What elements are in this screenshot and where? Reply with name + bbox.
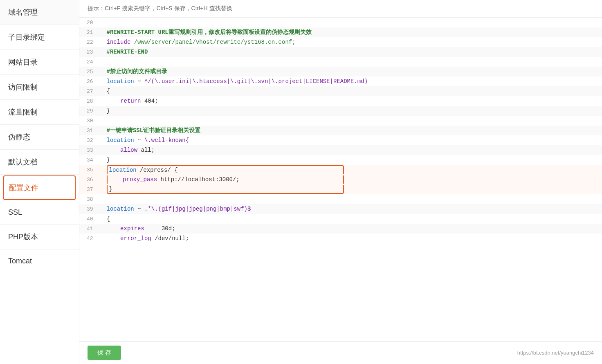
line-content[interactable]: allow all; [100,145,602,155]
table-row: 36 proxy_pass http://localhost:3000/; [79,175,602,184]
line-number: 33 [79,145,100,155]
sidebar-item-config-file[interactable]: 配置文件 [3,175,76,200]
main-content: 提示：Ctrl+F 搜索关键字，Ctrl+S 保存，Ctrl+H 查找替换 20… [79,0,602,364]
line-content[interactable]: #一键申请SSL证书验证目录相关设置 [100,126,602,135]
table-row: 21#REWRITE-START URL重写规则引用，修改后将导致面板设置的伪静… [79,27,602,37]
line-number: 42 [79,234,100,243]
table-row: 41 expires 30d; [79,224,602,234]
sidebar-item-tomcat[interactable]: Tomcat [0,249,79,273]
line-content[interactable]: location ~ ^/(\.user.ini|\.htaccess|\.gi… [100,76,602,86]
line-number: 29 [79,106,100,116]
table-row: 32location ~ \.well-known{ [79,135,602,145]
table-row: 35location /express/ { [79,165,602,175]
line-number: 27 [79,86,100,96]
table-row: 27{ [79,86,602,96]
sidebar-item-pseudo-static[interactable]: 伪静态 [0,125,79,150]
table-row: 40{ [79,214,602,224]
sidebar-label: PHP版本 [8,232,38,242]
line-content[interactable]: error_log /dev/null; [100,234,602,243]
line-number: 36 [79,175,100,184]
line-content[interactable]: #REWRITE-END [100,47,602,57]
table-row: 29} [79,106,602,116]
line-number: 40 [79,214,100,224]
sidebar-label: 流量限制 [8,107,38,117]
footer-bar: 保 存 https://bt.csdn.net/yuangchi1234 [79,341,602,364]
sidebar-label: Tomcat [8,257,32,265]
sidebar-label: 访问限制 [8,82,38,92]
table-row: 22include /www/server/panel/vhost/rewrit… [79,37,602,47]
line-content[interactable] [100,57,602,67]
line-number: 31 [79,126,100,135]
sidebar-label: 网站目录 [8,57,38,67]
sidebar-label: 域名管理 [8,7,38,17]
sidebar: 域名管理 子目录绑定 网站目录 访问限制 流量限制 伪静态 默认文档 配置文件 … [0,0,79,364]
table-row: 42 error_log /dev/null; [79,234,602,243]
line-number: 21 [79,27,100,37]
line-number: 32 [79,135,100,145]
table-row: 34} [79,155,602,165]
line-number: 41 [79,224,100,234]
sidebar-item-default-doc[interactable]: 默认文档 [0,150,79,175]
line-number: 34 [79,155,100,165]
line-number: 28 [79,96,100,106]
sidebar-item-access-limit[interactable]: 访问限制 [0,75,79,100]
line-content[interactable]: location ~ .*\.(gif|jpg|jpeg|png|bmp|swf… [100,204,602,214]
sidebar-item-website-dir[interactable]: 网站目录 [0,50,79,75]
line-number: 38 [79,194,100,204]
line-number: 30 [79,116,100,126]
sidebar-item-subdir-bind[interactable]: 子目录绑定 [0,25,79,50]
sidebar-label: 子目录绑定 [8,32,45,42]
table-row: 31#一键申请SSL证书验证目录相关设置 [79,126,602,135]
table-row: 25#禁止访问的文件或目录 [79,67,602,76]
line-number: 26 [79,76,100,86]
sidebar-label: SSL [8,208,22,217]
line-number: 37 [79,184,100,194]
line-number: 35 [79,165,100,175]
code-table: 2021#REWRITE-START URL重写规则引用，修改后将导致面板设置的… [79,18,602,243]
line-number: 22 [79,37,100,47]
line-content[interactable] [100,194,602,204]
table-row: 24 [79,57,602,67]
line-content[interactable]: } [100,155,602,165]
line-content[interactable]: expires 30d; [100,224,602,234]
url-hint: https://bt.csdn.net/yuangchi1234 [517,350,594,356]
table-row: 38 [79,194,602,204]
line-number: 24 [79,57,100,67]
table-row: 20 [79,18,602,27]
sidebar-label: 伪静态 [8,132,30,142]
line-content[interactable] [100,116,602,126]
table-row: 30 [79,116,602,126]
sidebar-label: 配置文件 [9,183,38,193]
sidebar-item-php-version[interactable]: PHP版本 [0,225,79,249]
line-content[interactable]: { [100,86,602,96]
line-content[interactable]: } [100,106,602,116]
table-row: 23#REWRITE-END [79,47,602,57]
sidebar-item-ssl[interactable]: SSL [0,201,79,225]
line-number: 25 [79,67,100,76]
table-row: 26location ~ ^/(\.user.ini|\.htaccess|\.… [79,76,602,86]
table-row: 37} [79,184,602,194]
line-content[interactable]: include /www/server/panel/vhost/rewrite/… [100,37,602,47]
line-content[interactable]: #REWRITE-START URL重写规则引用，修改后将导致面板设置的伪静态规… [100,27,602,37]
hint-text: 提示：Ctrl+F 搜索关键字，Ctrl+S 保存，Ctrl+H 查找替换 [88,5,232,11]
code-editor[interactable]: 2021#REWRITE-START URL重写规则引用，修改后将导致面板设置的… [79,18,602,341]
line-content[interactable]: { [100,214,602,224]
line-content[interactable]: location /express/ { [100,165,602,175]
sidebar-item-domain-manage[interactable]: 域名管理 [0,0,79,25]
line-content[interactable]: #禁止访问的文件或目录 [100,67,602,76]
line-content[interactable]: return 404; [100,96,602,106]
line-content[interactable]: proxy_pass http://localhost:3000/; [100,175,602,184]
line-content[interactable]: location ~ \.well-known{ [100,135,602,145]
table-row: 33 allow all; [79,145,602,155]
line-content[interactable]: } [100,184,602,194]
table-row: 39location ~ .*\.(gif|jpg|jpeg|png|bmp|s… [79,204,602,214]
hint-bar: 提示：Ctrl+F 搜索关键字，Ctrl+S 保存，Ctrl+H 查找替换 [79,0,602,18]
save-button[interactable]: 保 存 [88,346,121,360]
table-row: 28 return 404; [79,96,602,106]
line-number: 20 [79,18,100,27]
sidebar-label: 默认文档 [8,157,38,167]
sidebar-item-traffic-limit[interactable]: 流量限制 [0,100,79,125]
line-content[interactable] [100,18,602,27]
line-number: 39 [79,204,100,214]
line-number: 23 [79,47,100,57]
